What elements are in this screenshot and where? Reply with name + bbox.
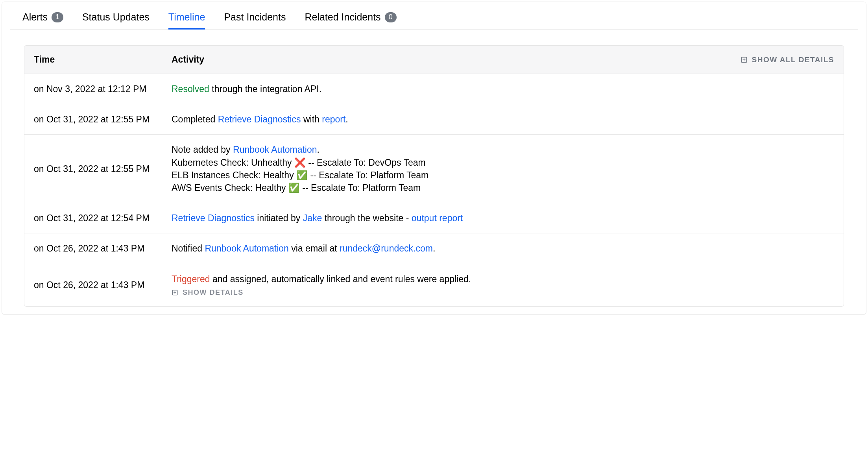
activity-text: Retrieve Diagnostics initiated by Jake t… xyxy=(172,212,834,224)
expand-icon xyxy=(741,57,747,63)
row-time: on Nov 3, 2022 at 12:12 PM xyxy=(34,83,172,95)
timeline-table: Time Activity SHOW ALL DETAILS on Nov 3,… xyxy=(24,45,844,307)
row-activity: Resolved through the integration API. xyxy=(172,83,834,95)
header-activity: Activity xyxy=(172,54,741,65)
tab-past-incidents[interactable]: Past Incidents xyxy=(224,11,286,29)
tab-related-incidents[interactable]: Related Incidents0 xyxy=(305,11,396,29)
tab-status-updates[interactable]: Status Updates xyxy=(82,11,150,29)
table-row: on Nov 3, 2022 at 12:12 PMResolved throu… xyxy=(24,74,844,104)
row-activity: Completed Retrieve Diagnostics with repo… xyxy=(172,113,834,126)
activity-link[interactable]: report xyxy=(322,114,345,124)
row-activity: Triggered and assigned, automatically li… xyxy=(172,273,834,298)
row-time: on Oct 26, 2022 at 1:43 PM xyxy=(34,273,172,298)
table-header: Time Activity SHOW ALL DETAILS xyxy=(24,46,844,74)
activity-segment: . xyxy=(345,114,348,124)
row-activity: Notified Runbook Automation via email at… xyxy=(172,242,834,255)
table-row: on Oct 26, 2022 at 1:43 PMTriggered and … xyxy=(24,264,844,306)
incident-panel: Alerts1Status UpdatesTimelinePast Incide… xyxy=(2,2,866,315)
row-time: on Oct 31, 2022 at 12:55 PM xyxy=(34,143,172,194)
activity-segment: . xyxy=(433,243,435,253)
row-time: on Oct 31, 2022 at 12:54 PM xyxy=(34,212,172,224)
tab-bar: Alerts1Status UpdatesTimelinePast Incide… xyxy=(10,2,858,30)
show-details-button[interactable]: SHOW DETAILS xyxy=(172,288,834,298)
tab-badge: 0 xyxy=(385,12,397,22)
tab-label: Related Incidents xyxy=(305,11,380,23)
activity-segment: via email at xyxy=(289,243,340,253)
table-row: on Oct 31, 2022 at 12:55 PMNote added by… xyxy=(24,135,844,203)
activity-segment: Notified xyxy=(172,243,205,253)
activity-segment: Note added by xyxy=(172,144,233,155)
row-activity: Retrieve Diagnostics initiated by Jake t… xyxy=(172,212,834,224)
activity-text: Completed Retrieve Diagnostics with repo… xyxy=(172,113,834,126)
activity-link[interactable]: Runbook Automation xyxy=(205,243,289,253)
activity-segment: Completed xyxy=(172,114,218,124)
table-row: on Oct 26, 2022 at 1:43 PMNotified Runbo… xyxy=(24,233,844,264)
row-activity: Note added by Runbook Automation. Kubern… xyxy=(172,143,834,194)
activity-segment: through the integration API. xyxy=(209,84,321,94)
row-time: on Oct 26, 2022 at 1:43 PM xyxy=(34,242,172,255)
activity-text: Resolved through the integration API. xyxy=(172,83,834,95)
activity-segment: and assigned, automatically linked and e… xyxy=(210,274,471,284)
tab-alerts[interactable]: Alerts1 xyxy=(22,11,63,29)
activity-link[interactable]: rundeck@rundeck.com xyxy=(340,243,433,253)
show-all-details-label: SHOW ALL DETAILS xyxy=(752,55,834,64)
activity-link[interactable]: Retrieve Diagnostics xyxy=(172,213,255,223)
tab-label: Alerts xyxy=(22,11,48,23)
table-row: on Oct 31, 2022 at 12:54 PMRetrieve Diag… xyxy=(24,203,844,233)
tab-label: Timeline xyxy=(168,11,205,23)
show-all-details-button[interactable]: SHOW ALL DETAILS xyxy=(741,55,834,64)
activity-segment: through the website - xyxy=(322,213,412,223)
activity-link[interactable]: output report xyxy=(412,213,463,223)
table-row: on Oct 31, 2022 at 12:55 PMCompleted Ret… xyxy=(24,104,844,135)
activity-text: Note added by Runbook Automation. Kubern… xyxy=(172,143,834,194)
activity-link[interactable]: Retrieve Diagnostics xyxy=(218,114,301,124)
activity-link[interactable]: Runbook Automation xyxy=(233,144,317,155)
header-time: Time xyxy=(34,54,172,65)
show-details-label: SHOW DETAILS xyxy=(183,288,244,298)
activity-status: Resolved xyxy=(172,84,209,94)
activity-segment: initiated by xyxy=(255,213,303,223)
tab-label: Past Incidents xyxy=(224,11,286,23)
row-time: on Oct 31, 2022 at 12:55 PM xyxy=(34,113,172,126)
tab-timeline[interactable]: Timeline xyxy=(168,11,205,29)
tab-badge: 1 xyxy=(52,12,63,22)
activity-text: Notified Runbook Automation via email at… xyxy=(172,242,834,255)
activity-status: Triggered xyxy=(172,274,210,284)
activity-segment: with xyxy=(301,114,322,124)
activity-link[interactable]: Jake xyxy=(303,213,322,223)
activity-text: Triggered and assigned, automatically li… xyxy=(172,273,834,285)
expand-icon xyxy=(172,289,178,296)
tab-label: Status Updates xyxy=(82,11,150,23)
